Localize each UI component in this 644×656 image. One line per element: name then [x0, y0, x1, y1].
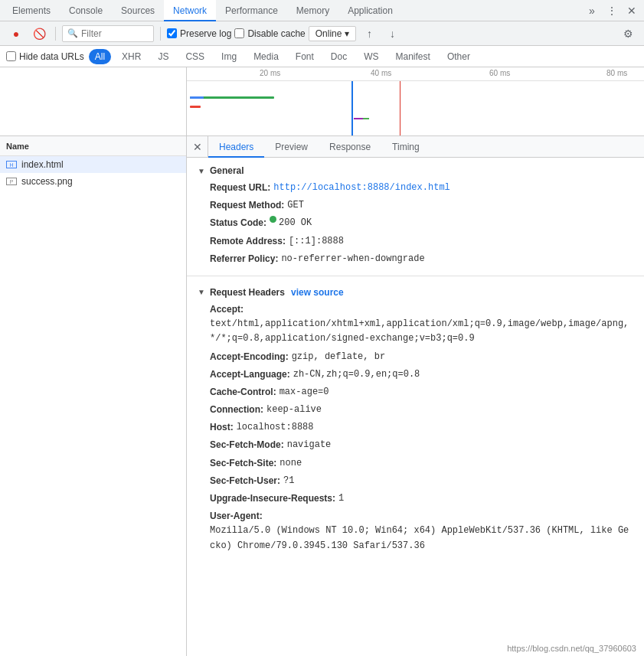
filter-type-css[interactable]: CSS — [179, 49, 211, 64]
preserve-log-checkbox[interactable] — [167, 28, 177, 38]
status-code-label: Status Code: — [210, 216, 266, 230]
filter-type-js[interactable]: JS — [152, 49, 175, 64]
tab-elements[interactable]: Elements — [3, 0, 60, 21]
request-url-label: Request URL: — [210, 181, 270, 195]
tick-60ms: 60 ms — [489, 69, 510, 77]
upgrade-insecure-label: Upgrade-Insecure-Requests: — [210, 491, 335, 506]
filter-type-all[interactable]: All — [89, 49, 111, 64]
settings-button[interactable]: ⚙ — [618, 24, 638, 44]
filter-type-img[interactable]: Img — [215, 49, 243, 64]
remote-address-row: Remote Address: [::1]:8888 — [187, 233, 644, 250]
request-method-row: Request Method: GET — [187, 197, 644, 214]
disable-cache-checkbox[interactable] — [234, 28, 244, 38]
accept-language-value: zh-CN,zh;q=0.9,en;q=0.8 — [293, 367, 420, 382]
request-headers-triangle-icon: ▼ — [198, 288, 205, 296]
toolbar-divider-2 — [160, 27, 161, 41]
throttle-select[interactable]: Online ▾ — [309, 26, 357, 41]
filter-type-xhr[interactable]: XHR — [116, 49, 147, 64]
tl-bar-purple — [354, 118, 363, 119]
file-icon-1: P — [6, 178, 17, 185]
general-section-title: General — [210, 165, 244, 176]
user-agent-row: User-Agent: Mozilla/5.0 (Windows NT 10.0… — [187, 508, 644, 555]
timeline-chart — [187, 81, 644, 136]
connection-row: Connection: keep-alive — [187, 401, 644, 419]
accept-language-label: Accept-Language: — [210, 367, 290, 382]
export-button[interactable]: ↓ — [382, 24, 402, 44]
filter-type-media[interactable]: Media — [247, 49, 285, 64]
import-export-buttons: ↑ ↓ — [359, 24, 402, 44]
waterfall-red-line — [400, 81, 400, 136]
tab-memory[interactable]: Memory — [287, 0, 338, 21]
file-item-1[interactable]: P success.png — [0, 173, 186, 190]
accept-value: text/html,application/xhtml+xml,applicat… — [210, 317, 633, 346]
toolbar-divider-1 — [55, 27, 56, 41]
view-source-link[interactable]: view source — [291, 287, 344, 298]
tab-console[interactable]: Console — [60, 0, 112, 21]
preserve-log-text: Preserve log — [180, 28, 231, 39]
remote-address-label: Remote Address: — [210, 234, 286, 249]
general-section-header[interactable]: ▼ General — [187, 162, 644, 179]
remote-address-value: [::1]:8888 — [289, 234, 344, 249]
tick-40ms: 40 ms — [371, 69, 391, 77]
close-detail-button[interactable]: ✕ — [187, 136, 208, 158]
accept-encoding-label: Accept-Encoding: — [210, 350, 289, 364]
file-name-1: success.png — [21, 176, 73, 187]
detail-tab-response[interactable]: Response — [319, 136, 381, 158]
devtools-options-button[interactable]: ⋮ — [603, 2, 621, 20]
request-url-row: Request URL: http://localhost:8888/index… — [187, 179, 644, 197]
detail-tab-headers[interactable]: Headers — [208, 136, 264, 158]
preserve-log-label[interactable]: Preserve log — [167, 28, 231, 39]
sec-fetch-user-row: Sec-Fetch-User: ?1 — [187, 472, 644, 490]
network-toolbar: ● 🚫 🔍 Preserve log Disable cache Online … — [0, 21, 644, 46]
import-button[interactable]: ↑ — [359, 24, 379, 44]
filter-type-doc[interactable]: Doc — [325, 49, 353, 64]
request-method-value: GET — [287, 198, 304, 213]
filter-input[interactable] — [81, 28, 127, 39]
more-tabs-button[interactable]: » — [583, 2, 601, 20]
tab-network[interactable]: Network — [164, 0, 216, 21]
file-list-header: Name — [0, 136, 186, 156]
cache-control-row: Cache-Control: max-age=0 — [187, 383, 644, 401]
tab-sources[interactable]: Sources — [112, 0, 164, 21]
cache-control-value: max-age=0 — [280, 385, 329, 400]
clear-button[interactable]: 🚫 — [29, 24, 49, 44]
sec-fetch-mode-row: Sec-Fetch-Mode: navigate — [187, 436, 644, 454]
request-headers-section-header[interactable]: ▼ Request Headers view source — [187, 284, 644, 301]
sec-fetch-site-row: Sec-Fetch-Site: none — [187, 455, 644, 472]
referrer-policy-row: Referrer Policy: no-referrer-when-downgr… — [187, 250, 644, 268]
close-devtools-button[interactable]: ✕ — [623, 2, 641, 20]
timeline-area: 20 ms 40 ms 60 ms 80 ms 100 ms — [0, 67, 644, 136]
filter-type-font[interactable]: Font — [289, 49, 320, 64]
request-url-value: http://localhost:8888/index.html — [273, 181, 449, 195]
filter-box[interactable]: 🔍 — [62, 25, 154, 42]
file-icon-0: H — [6, 161, 17, 168]
tl-bar-blue-1 — [190, 96, 204, 99]
filter-type-manifest[interactable]: Manifest — [390, 49, 436, 64]
user-agent-label: User-Agent: — [210, 509, 263, 524]
disable-cache-label[interactable]: Disable cache — [234, 28, 305, 39]
filter-type-ws[interactable]: WS — [358, 49, 384, 64]
tab-performance[interactable]: Performance — [216, 0, 287, 21]
user-agent-value: Mozilla/5.0 (Windows NT 10.0; Win64; x64… — [210, 524, 633, 553]
file-item-0[interactable]: H index.html — [0, 156, 186, 173]
sec-fetch-mode-label: Sec-Fetch-Mode: — [210, 438, 284, 452]
file-list: Name H index.html P success.png — [0, 136, 187, 656]
record-button[interactable]: ● — [6, 24, 26, 44]
tl-bar-green-2 — [363, 118, 369, 119]
tab-application[interactable]: Application — [338, 0, 402, 21]
tick-80ms: 80 ms — [606, 69, 627, 77]
hide-data-urls-label[interactable]: Hide data URLs — [6, 51, 84, 62]
name-column-header: Name — [6, 142, 29, 151]
timeline-left — [0, 67, 187, 135]
request-headers-section-title: Request Headers — [210, 287, 285, 298]
general-triangle-icon: ▼ — [198, 167, 205, 175]
detail-tab-preview[interactable]: Preview — [264, 136, 319, 158]
sec-fetch-user-value: ?1 — [283, 474, 294, 488]
status-code-row: Status Code: 200 OK — [187, 214, 644, 232]
waterfall-blue-line — [351, 81, 353, 136]
host-row: Host: localhost:8888 — [187, 419, 644, 436]
accept-encoding-row: Accept-Encoding: gzip, deflate, br — [187, 348, 644, 366]
filter-type-other[interactable]: Other — [441, 49, 476, 64]
detail-tab-timing[interactable]: Timing — [381, 136, 430, 158]
hide-data-urls-checkbox[interactable] — [6, 51, 16, 61]
